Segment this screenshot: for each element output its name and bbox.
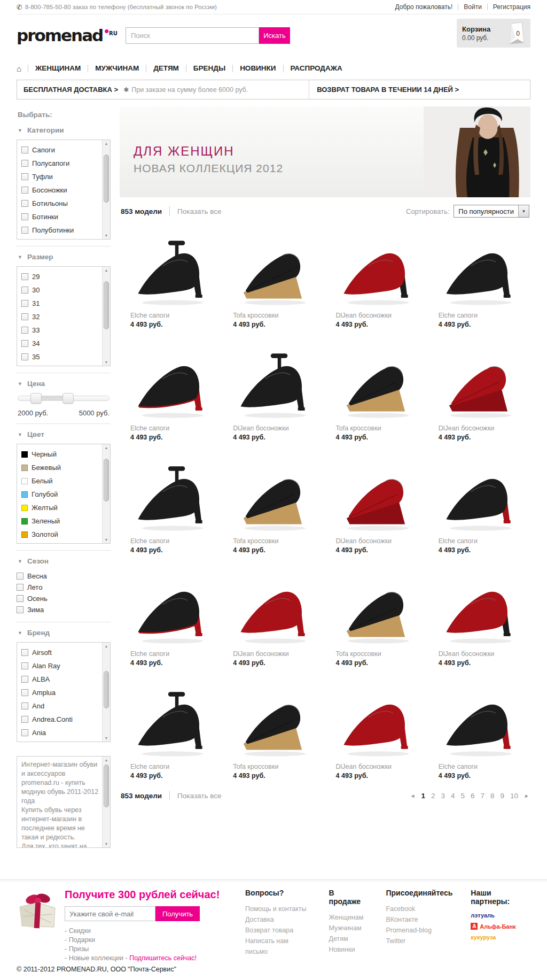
filter-option[interactable]: Бежевый [21,461,101,474]
product-image[interactable] [336,225,423,306]
scrollbar-track[interactable] [103,274,110,359]
product-card[interactable]: Elche сапоги4 493 руб. [428,449,530,554]
section-header-price[interactable]: ▼Цена [18,380,111,388]
scroll-up-icon[interactable]: ▲ [105,643,108,650]
product-image[interactable] [130,451,217,532]
product-card[interactable]: Tofa кроссовки4 493 руб. [325,561,428,667]
product-name[interactable]: DlJean босоножки [336,312,423,319]
product-card[interactable]: Elche сапоги4 493 руб. [428,674,530,780]
filter-option[interactable]: Ботильоны [21,197,101,210]
product-name[interactable]: Elche сапоги [439,537,525,545]
product-name[interactable]: Tofa кроссовки [233,537,319,545]
register-link[interactable]: Регистрация [493,3,530,11]
partner-logo[interactable]: лэтуаль [471,912,530,919]
footer-link[interactable]: Новинки [329,944,365,955]
scroll-up-icon[interactable]: ▲ [105,140,108,147]
login-link[interactable]: Войти [464,3,482,11]
filter-option[interactable]: And [21,699,101,713]
product-name[interactable]: Tofa кроссовки [233,312,319,319]
checkbox[interactable] [21,729,28,736]
filter-option[interactable]: Amplua [21,686,101,699]
filter-option[interactable]: 31 [21,297,101,310]
page-link-7[interactable]: 7 [481,792,485,800]
product-image[interactable] [130,676,217,758]
product-card[interactable]: DlJean босоножки4 493 руб. [325,674,428,780]
scroll-down-icon[interactable]: ▼ [105,232,108,239]
scrollbar-thumb[interactable] [104,459,109,501]
filter-option[interactable]: Airsoft [21,646,101,659]
logo[interactable]: promenad•RU [17,25,118,45]
checkbox[interactable] [21,689,28,696]
product-name[interactable]: DlJean босоножки [233,650,319,658]
sort-select[interactable]: По популярности ▼ [454,205,529,218]
partner-logo[interactable]: ААльфа-Банк [471,923,530,930]
product-image[interactable] [336,451,423,532]
footer-link[interactable]: Мужчинам [329,923,365,933]
section-header-season[interactable]: ▼Сезон [18,557,111,565]
checkbox[interactable] [21,676,28,683]
product-card[interactable]: Elche сапоги4 493 руб. [120,561,222,667]
scroll-down-icon[interactable]: ▼ [105,359,108,366]
footer-link[interactable]: Promenad-blog [386,925,452,936]
page-link-8[interactable]: 8 [490,792,495,800]
product-image[interactable] [439,225,525,306]
subscribe-now-link[interactable]: Подпишитесь сейчас! [129,954,197,962]
footer-link[interactable]: Twitter [386,936,452,946]
price-slider[interactable] [18,393,110,405]
scroll-up-icon[interactable]: ▲ [105,267,108,274]
product-name[interactable]: DlJean босоножки [439,425,525,432]
product-name[interactable]: DlJean босоножки [336,763,423,770]
checkbox[interactable] [21,327,28,334]
checkbox[interactable] [17,606,24,613]
product-image[interactable] [233,451,319,532]
filter-option[interactable]: Зима [17,604,111,615]
product-card[interactable]: DlJean босоножки4 493 руб. [325,449,428,554]
product-card[interactable]: DlJean босоножки4 493 руб. [428,561,530,667]
product-card[interactable]: Elche сапоги4 493 руб. [120,674,222,780]
checkbox[interactable] [21,200,28,207]
scrollbar[interactable]: ▲▼ [102,140,110,239]
scrollbar[interactable]: ▲▼ [102,643,110,742]
product-image[interactable] [233,676,319,758]
return-policy-link[interactable]: ВОЗВРАТ ТОВАРА В ТЕЧЕНИИ 14 ДНЕЙ > [309,80,459,99]
product-name[interactable]: Elche сапоги [130,763,217,770]
page-link-10[interactable]: 10 [510,792,518,800]
checkbox[interactable] [21,353,28,360]
checkbox[interactable] [21,273,28,280]
product-image[interactable] [233,225,319,306]
product-image[interactable] [130,338,217,419]
product-name[interactable]: Elche сапоги [439,763,525,770]
home-icon[interactable]: ⌂ [17,64,28,73]
product-card[interactable]: Elche сапоги4 493 руб. [120,449,222,554]
product-name[interactable]: Elche сапоги [130,650,217,658]
page-link-1[interactable]: 1 [421,792,425,800]
checkbox[interactable] [21,313,28,320]
footer-link[interactable]: Детям [329,933,365,944]
free-delivery-link[interactable]: БЕСПЛАТНАЯ ДОСТАВКА > [24,86,118,94]
scrollbar-thumb[interactable] [104,281,109,329]
checkbox[interactable] [21,649,28,656]
cart-widget[interactable]: Корзина 0.00 руб. 0 [457,19,530,48]
page-link-9[interactable]: 9 [501,792,505,800]
footer-link[interactable]: Возврат товара [245,925,308,936]
show-all-link[interactable]: Показать все [177,792,221,800]
checkbox[interactable] [21,213,28,220]
filter-option[interactable]: 29 [21,270,101,283]
page-link-5[interactable]: 5 [460,792,465,800]
checkbox[interactable] [21,173,28,180]
product-card[interactable]: Tofa кроссовки4 493 руб. [222,223,325,328]
nav-item-новинки[interactable]: НОВИНКИ [232,65,283,72]
scrollbar-thumb[interactable] [104,671,109,708]
checkbox[interactable] [21,300,28,307]
filter-option[interactable]: Ботинки [21,210,101,223]
scroll-down-icon[interactable]: ▼ [105,735,108,742]
product-image[interactable] [130,225,217,306]
product-name[interactable]: Tofa кроссовки [336,425,423,432]
filter-option[interactable]: Желтый [21,501,101,514]
scrollbar-thumb[interactable] [104,155,109,203]
filter-option[interactable]: Сапоги [21,143,101,157]
pagination-next-icon[interactable]: ► [524,793,529,799]
hero-banner[interactable]: ДЛЯ ЖЕНЩИН НОВАЯ КОЛЛЕКЦИЯ 2012 [120,106,530,197]
scroll-down-icon[interactable]: ▼ [105,536,108,543]
product-name[interactable]: Elche сапоги [130,312,217,319]
